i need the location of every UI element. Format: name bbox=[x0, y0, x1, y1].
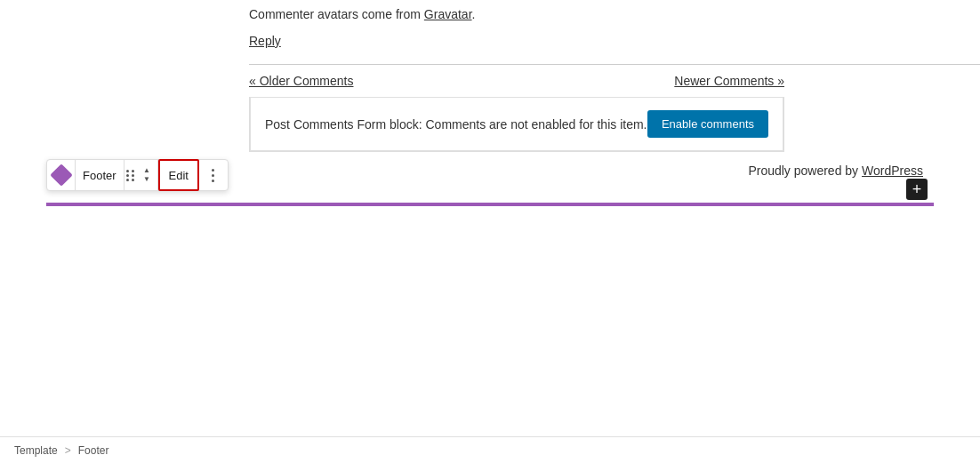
newer-comments-link[interactable]: Newer Comments » bbox=[674, 74, 784, 88]
reply-link[interactable]: Reply bbox=[249, 34, 281, 48]
powered-by-text: Proudly powered by WordPress bbox=[748, 164, 923, 178]
comment-form-notice: Post Comments Form block: Comments are n… bbox=[265, 117, 647, 132]
edit-button[interactable]: Edit bbox=[158, 159, 199, 191]
move-up-icon[interactable]: ▲ bbox=[143, 166, 150, 175]
options-button[interactable] bbox=[199, 159, 228, 191]
comments-navigation: « Older Comments Newer Comments » bbox=[249, 64, 980, 88]
footer-block-label: Footer bbox=[76, 160, 125, 190]
enable-comments-button[interactable]: Enable comments bbox=[647, 110, 768, 138]
block-toolbar: Footer ▲ ▼ Edit bbox=[46, 159, 229, 191]
add-block-button[interactable]: + bbox=[906, 179, 928, 200]
gravatar-text: Commenter avatars come from Gravatar. bbox=[249, 7, 980, 21]
wordpress-link[interactable]: WordPress bbox=[862, 164, 923, 178]
breadcrumb-template: Template bbox=[14, 444, 58, 457]
gravatar-link[interactable]: Gravatar bbox=[424, 7, 472, 21]
drag-handle-icon[interactable] bbox=[125, 168, 137, 183]
wp-diamond-icon bbox=[50, 164, 72, 186]
breadcrumb-bar: Template > Footer bbox=[0, 436, 980, 463]
breadcrumb-separator: > bbox=[65, 444, 71, 457]
older-comments-link[interactable]: « Older Comments bbox=[249, 74, 353, 88]
move-down-icon[interactable]: ▼ bbox=[143, 175, 150, 184]
move-arrows[interactable]: ▲ ▼ bbox=[137, 159, 158, 191]
footer-block: Pickup WP Proudly powered by WordPress + bbox=[46, 203, 934, 206]
comment-form-block: Post Comments Form block: Comments are n… bbox=[249, 97, 784, 152]
breadcrumb-footer: Footer bbox=[78, 444, 109, 457]
footer-block-icon bbox=[47, 159, 76, 191]
